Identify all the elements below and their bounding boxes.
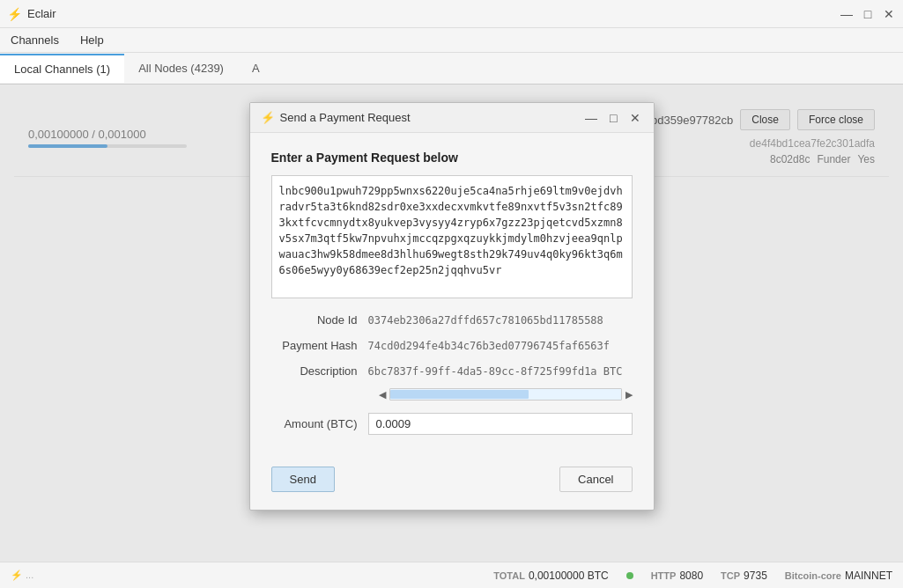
- tab-local-channels[interactable]: Local Channels (1): [0, 54, 124, 83]
- modal-icon: ⚡: [261, 111, 275, 124]
- status-node-label: Bitcoin-core: [785, 570, 841, 581]
- status-left-text: ⚡ ...: [11, 570, 476, 581]
- status-node-value: MAINNET: [845, 570, 892, 582]
- payment-request-modal: ⚡ Send a Payment Request — □ ✕ Enter a P…: [249, 102, 655, 511]
- node-id-label: Node Id: [271, 313, 368, 327]
- amount-input[interactable]: [368, 413, 633, 435]
- scroll-track[interactable]: [389, 388, 622, 401]
- cancel-button[interactable]: Cancel: [559, 467, 632, 492]
- amount-row: Amount (BTC): [271, 413, 633, 435]
- status-tcp-label: TCP: [721, 570, 740, 581]
- close-button[interactable]: ✕: [882, 7, 896, 21]
- menu-channels[interactable]: Channels: [7, 32, 63, 48]
- status-connected-dot: [626, 572, 633, 579]
- node-id-value: 0374eb2306a27dffd657c781065bd11785588: [368, 314, 633, 327]
- status-total-value: 0,00100000 BTC: [529, 570, 609, 582]
- scroll-left-arrow[interactable]: ◀: [379, 389, 386, 401]
- payment-request-input[interactable]: lnbc900u1pwuh729pp5wnxs6220uje5ca4na5rhj…: [271, 175, 633, 298]
- status-total: TOTAL 0,00100000 BTC: [493, 570, 608, 582]
- modal-footer: Send Cancel: [250, 452, 654, 510]
- status-node: Bitcoin-core MAINNET: [785, 570, 892, 582]
- status-http-value: 8080: [679, 570, 703, 582]
- tab-bar: Local Channels (1) All Nodes (4239) A: [0, 53, 903, 85]
- scroll-right-arrow[interactable]: ▶: [625, 389, 633, 401]
- maximize-button[interactable]: □: [861, 7, 875, 21]
- main-content: 0,00100000 / 0,001000 bd359e97782cb Clos…: [0, 85, 903, 562]
- description-value: 6bc7837f-99ff-4da5-89cc-8f725f99fd1a BTC: [368, 365, 633, 378]
- payment-hash-row: Payment Hash 74cd0d294fe4b34c76b3ed07796…: [271, 339, 633, 352]
- amount-label: Amount (BTC): [271, 417, 368, 430]
- modal-close-button[interactable]: ✕: [627, 111, 643, 125]
- modal-minimize-button[interactable]: —: [582, 111, 600, 125]
- modal-title-bar: ⚡ Send a Payment Request — □ ✕: [250, 103, 654, 133]
- payment-hash-value: 74cd0d294fe4b34c76b3ed07796745faf6563f: [368, 340, 633, 352]
- menu-help[interactable]: Help: [77, 32, 107, 48]
- modal-overlay: ⚡ Send a Payment Request — □ ✕ Enter a P…: [0, 85, 903, 562]
- title-bar-controls: — □ ✕: [840, 7, 896, 21]
- modal-title-left: ⚡ Send a Payment Request: [261, 111, 411, 124]
- modal-body: Enter a Payment Request below lnbc900u1p…: [250, 133, 654, 452]
- description-label: Description: [271, 364, 368, 378]
- status-http-label: HTTP: [651, 570, 677, 581]
- payment-hash-label: Payment Hash: [271, 339, 368, 352]
- status-dot-item: [626, 572, 633, 579]
- tab-extra[interactable]: A: [238, 55, 274, 82]
- status-tcp-value: 9735: [744, 570, 767, 582]
- node-id-row: Node Id 0374eb2306a27dffd657c781065bd117…: [271, 313, 633, 327]
- status-http: HTTP 8080: [651, 570, 703, 582]
- status-tcp: TCP 9735: [721, 570, 767, 582]
- status-total-label: TOTAL: [493, 570, 525, 581]
- minimize-button[interactable]: —: [840, 7, 854, 21]
- app-icon: ⚡: [7, 7, 22, 21]
- description-row: Description 6bc7837f-99ff-4da5-89cc-8f72…: [271, 364, 633, 378]
- modal-heading: Enter a Payment Request below: [271, 151, 633, 165]
- modal-maximize-button[interactable]: □: [607, 111, 619, 125]
- title-bar: ⚡ Eclair — □ ✕: [0, 0, 903, 28]
- scroll-thumb: [390, 390, 529, 399]
- status-bar: ⚡ ... TOTAL 0,00100000 BTC HTTP 8080 TCP…: [0, 562, 903, 588]
- scrollbar-row: ◀ ▶: [271, 388, 633, 401]
- send-button[interactable]: Send: [271, 467, 335, 492]
- modal-title-controls: — □ ✕: [582, 111, 642, 125]
- tab-all-nodes[interactable]: All Nodes (4239): [124, 55, 238, 82]
- app-title: Eclair: [27, 7, 56, 20]
- modal-title: Send a Payment Request: [280, 111, 411, 124]
- menu-bar: Channels Help: [0, 28, 903, 53]
- title-bar-left: ⚡ Eclair: [7, 7, 56, 21]
